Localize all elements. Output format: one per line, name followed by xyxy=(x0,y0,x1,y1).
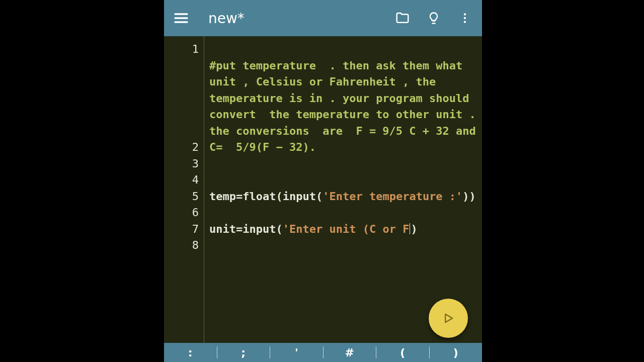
line-number: 6 xyxy=(164,205,199,221)
svg-point-5 xyxy=(464,21,466,23)
menu-icon[interactable] xyxy=(171,8,191,28)
code-identifier: temp xyxy=(209,190,236,203)
code-op: = xyxy=(236,190,243,203)
code-builtin: input xyxy=(243,223,276,235)
more-vert-icon[interactable] xyxy=(455,8,475,28)
folder-icon[interactable] xyxy=(392,8,413,28)
key-hash[interactable]: # xyxy=(324,346,376,359)
code-op: = xyxy=(236,223,243,235)
code-area[interactable]: #put temperature . then ask them what un… xyxy=(204,36,482,343)
code-identifier: unit xyxy=(209,223,236,235)
symbol-keybar: : ; ' # ( ) xyxy=(164,343,482,362)
code-builtin: float xyxy=(243,190,276,203)
svg-point-4 xyxy=(464,17,466,19)
line-number: 1 xyxy=(164,41,199,58)
app-window: new* 1 2 3 4 5 6 7 8 #pu xyxy=(164,0,482,362)
svg-marker-6 xyxy=(445,314,452,322)
code-paren: ) xyxy=(469,190,476,203)
code-paren: ( xyxy=(316,190,323,203)
code-editor[interactable]: 1 2 3 4 5 6 7 8 #put temperature . then … xyxy=(164,36,482,343)
line-number: 5 xyxy=(164,189,199,205)
code-string: 'Enter unit (C or F xyxy=(283,223,410,235)
svg-point-3 xyxy=(464,13,466,15)
run-button[interactable] xyxy=(429,299,468,338)
key-quote[interactable]: ' xyxy=(270,346,323,359)
app-bar: new* xyxy=(164,0,482,36)
key-rparen[interactable]: ) xyxy=(430,346,482,359)
code-paren: ( xyxy=(276,223,282,235)
code-builtin: input xyxy=(283,190,316,203)
code-paren: ( xyxy=(276,190,282,203)
line-number: 7 xyxy=(164,221,199,238)
code-comment: #put temperature . then ask them what un… xyxy=(209,59,489,154)
line-number: 2 xyxy=(164,139,199,156)
code-paren: ) xyxy=(462,190,469,203)
file-title: new* xyxy=(208,10,381,27)
code-string: 'Enter temperature :' xyxy=(323,190,462,203)
line-number: 8 xyxy=(164,237,199,254)
line-number: 4 xyxy=(164,172,199,189)
line-number: 3 xyxy=(164,156,199,172)
code-paren: ) xyxy=(411,223,417,235)
key-lparen[interactable]: ( xyxy=(376,346,429,359)
lightbulb-icon[interactable] xyxy=(424,8,444,28)
line-gutter: 1 2 3 4 5 6 7 8 xyxy=(164,36,204,343)
key-semicolon[interactable]: ; xyxy=(217,346,270,359)
key-colon[interactable]: : xyxy=(164,346,217,359)
